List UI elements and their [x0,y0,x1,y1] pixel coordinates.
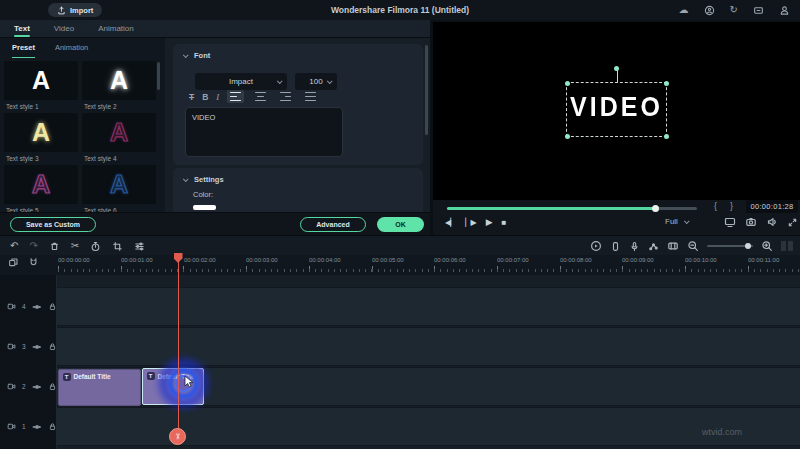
cloud-icon[interactable]: ☁ [679,5,689,15]
save-as-custom-button[interactable]: Save as Custom [10,217,96,232]
text-input-area[interactable]: VIDEO [185,107,343,157]
text-style-item[interactable]: A Text style 6 [82,165,156,212]
eye-icon[interactable] [32,302,42,312]
bold-button[interactable]: B [202,92,208,102]
settings-section-title: Settings [194,175,224,184]
track-number: 1 [22,423,26,430]
track-number: 3 [22,343,26,350]
eye-icon[interactable] [32,342,42,352]
align-center-button[interactable] [252,90,269,103]
align-right-button[interactable] [277,90,294,103]
text-style-item[interactable]: A Text style 4 [82,113,156,165]
crop-icon[interactable] [112,241,123,252]
lock-icon[interactable] [48,342,57,351]
resize-handle-ne[interactable] [664,81,669,86]
adjust-sliders-icon[interactable] [134,241,145,252]
snapshot-camera-icon[interactable] [745,216,757,228]
timeline-tracks[interactable]: 4 3 2 1 [0,275,800,449]
fullscreen-icon[interactable] [787,217,798,228]
duplicate-icon[interactable] [8,257,19,268]
text-style-item[interactable]: A Text style 5 [4,165,78,212]
track-headers: 4 3 2 1 [0,275,57,449]
fit-timeline-icon[interactable] [781,241,793,251]
justify-button[interactable] [302,90,319,103]
rotate-handle[interactable] [614,66,619,71]
marker-icon[interactable] [610,241,621,252]
track-lane-1[interactable] [0,407,800,446]
lock-icon[interactable] [48,422,57,431]
previous-frame-button[interactable]: ◀▏ [445,218,455,227]
timecode-display: 00:00:01:28 [746,200,798,213]
video-preview[interactable]: VIDEO [433,22,800,200]
subtab-animation[interactable]: Animation [55,43,88,58]
account-icon[interactable] [704,5,715,16]
subtab-preset[interactable]: Preset [12,43,35,58]
lock-icon[interactable] [48,302,57,311]
align-left-button[interactable] [227,90,244,103]
voiceover-mic-icon[interactable] [629,241,640,252]
mark-out-button[interactable]: } [730,201,733,211]
sync-icon[interactable]: ↻ [730,5,738,15]
eye-icon[interactable] [32,422,42,432]
track-lane-4[interactable] [0,287,800,326]
split-scissors-icon[interactable]: ✂ [71,241,79,251]
export-frame-icon[interactable] [667,240,679,252]
speaker-icon[interactable] [766,216,778,228]
tab-video[interactable]: Video [54,20,74,37]
text-style-item[interactable]: A Text style 3 [4,113,78,165]
advanced-button[interactable]: Advanced [300,217,366,232]
preview-overlay-text[interactable]: VIDEO [567,90,666,122]
strikethrough-button[interactable]: T [189,92,194,102]
snap-magnet-icon[interactable] [28,257,39,268]
color-swatch[interactable] [193,205,216,210]
monitor-icon[interactable] [724,216,736,228]
resize-handle-nw[interactable] [565,81,570,86]
render-preview-icon[interactable] [590,240,602,252]
panel-scrollbar[interactable] [425,45,428,135]
mark-in-button[interactable]: { [714,201,717,211]
delete-icon[interactable] [49,241,60,252]
playhead-line[interactable] [178,254,179,430]
ruler-scale[interactable]: 00:00:00:00 00:00:01:00 00:00:02:00 00:0… [57,255,800,275]
collapse-chevron-icon[interactable] [183,52,189,58]
text-style-item[interactable]: A Text style 2 [82,61,156,113]
seek-handle[interactable] [652,205,659,212]
italic-button[interactable]: I [216,92,219,102]
timeline-zoom-slider[interactable] [707,245,753,247]
lock-icon[interactable] [48,382,57,391]
title-clip-icon: T [147,372,155,380]
font-family-select[interactable]: Impact [195,73,287,90]
preview-zoom-select[interactable]: Full [665,217,688,226]
text-editor-panel: Preset Animation A Text style 1 A Text s… [0,38,430,212]
next-frame-button[interactable]: ▏▶ [465,218,475,227]
style-preview-letter: A [32,172,50,197]
play-button[interactable]: ▶ [486,217,492,227]
timeline-ruler[interactable]: 00:00:00:00 00:00:01:00 00:00:02:00 00:0… [0,255,800,275]
text-selection-box[interactable]: VIDEO [566,82,667,137]
title-clip[interactable]: T Default Title [58,369,141,406]
playhead-cut-badge[interactable]: ✂ [169,428,186,445]
collapse-chevron-icon[interactable] [183,176,189,182]
track-lane-3[interactable] [0,327,800,366]
ok-button[interactable]: OK [377,217,424,232]
seek-bar[interactable] [447,207,697,210]
eye-icon[interactable] [32,382,42,392]
zoom-slider-handle[interactable] [745,243,751,249]
screen-share-icon[interactable] [753,5,764,16]
speed-timer-icon[interactable] [90,241,101,252]
zoom-in-icon[interactable] [761,240,773,252]
resize-handle-se[interactable] [664,134,669,139]
user-icon[interactable] [779,5,790,16]
text-style-item[interactable]: A Text style 1 [4,61,78,113]
undo-icon[interactable]: ↶ [10,241,18,251]
font-size-select[interactable]: 100 [295,73,337,90]
redo-icon[interactable]: ↷ [29,241,37,251]
style-preview-letter: A [110,172,128,197]
tab-text[interactable]: Text [14,20,30,37]
tab-animation[interactable]: Animation [98,20,134,37]
zoom-out-icon[interactable] [687,240,699,252]
resize-handle-sw[interactable] [565,134,570,139]
styles-scrollbar[interactable] [157,62,160,90]
stop-button[interactable]: ■ [502,218,506,227]
keyframe-icon[interactable] [648,241,659,252]
